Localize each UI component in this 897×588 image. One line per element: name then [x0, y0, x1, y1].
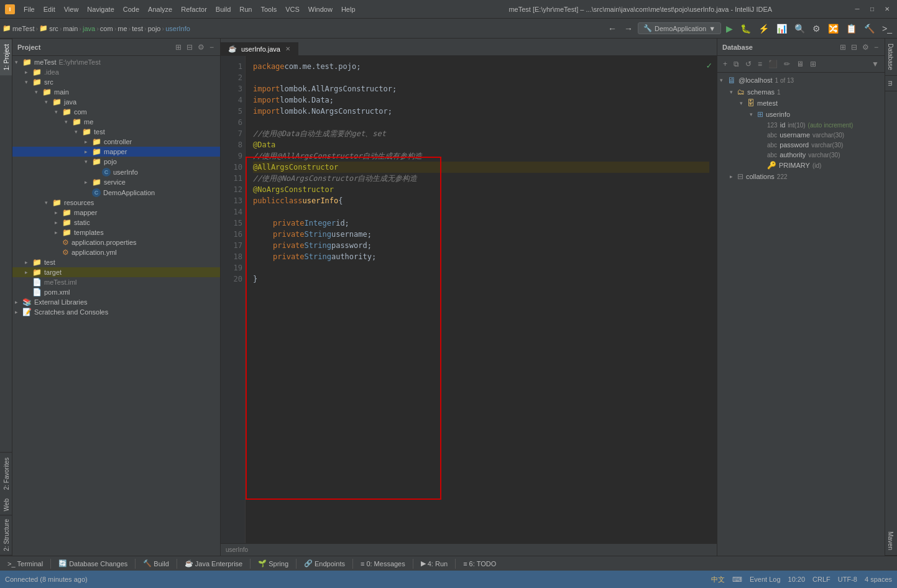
db-edit-button[interactable]: ✏ [782, 58, 792, 70]
tree-item-service[interactable]: ▸ 📁 service [12, 177, 220, 187]
indent-status[interactable]: 4 spaces [865, 576, 892, 583]
tree-item-mapper-res[interactable]: ▸ 📁 mapper [12, 208, 220, 218]
db-item-collations[interactable]: ▸ ⊟ collations 222 [717, 171, 885, 182]
db-properties-button[interactable]: ≡ [756, 58, 764, 70]
menu-help[interactable]: Help [338, 4, 359, 14]
sidebar-tab-favorites[interactable]: 2: Favorites [0, 452, 12, 495]
search-button[interactable]: 🔍 [792, 22, 807, 35]
menu-view[interactable]: View [60, 4, 83, 14]
db-expand-icon[interactable]: ⊞ [839, 42, 847, 53]
tree-item-controller[interactable]: ▸ 📁 controller [12, 137, 220, 147]
vcs-button[interactable]: 📋 [844, 22, 859, 35]
breadcrumb-main[interactable]: main [63, 25, 78, 32]
run-tab[interactable]: ▶ 4: Run [416, 558, 453, 569]
menu-vcs[interactable]: VCS [282, 4, 303, 14]
terminal-tab[interactable]: >_ Terminal [2, 559, 48, 569]
tree-item-metest-iml[interactable]: 📄 meTest.iml [12, 277, 220, 287]
db-console-button[interactable]: 🖥 [794, 58, 806, 70]
tree-item-java[interactable]: ▾ 📁 java [12, 97, 220, 107]
build-button[interactable]: 🔨 [862, 22, 877, 35]
menu-analyze[interactable]: Analyze [144, 4, 176, 14]
debug-button[interactable]: 🐛 [738, 22, 753, 35]
maximize-button[interactable]: □ [867, 4, 877, 14]
endpoints-tab[interactable]: 🔗 Endpoints [299, 558, 350, 569]
settings-button[interactable]: ⚙ [810, 22, 823, 35]
db-collapse-icon[interactable]: ⊟ [850, 42, 858, 53]
collapse-all-icon[interactable]: ⊟ [185, 42, 194, 53]
db-item-localhost[interactable]: ▾ 🖥 @localhost 1 of 13 [717, 74, 885, 86]
tree-item-metest[interactable]: ▾ 📁 meTest E:\yhr\meTest [12, 57, 220, 67]
breadcrumb-me[interactable]: me [117, 25, 127, 32]
tree-item-test[interactable]: ▾ 📁 test [12, 127, 220, 137]
db-settings-icon[interactable]: ⚙ [861, 42, 870, 53]
tree-item-src[interactable]: ▾ 📁 src [12, 77, 220, 87]
tree-item-app-props[interactable]: ⚙ application.properties [12, 237, 220, 247]
breadcrumb-src[interactable]: 📁 [39, 24, 48, 32]
db-item-col-id[interactable]: 123 id int(10) (auto increment) [717, 120, 885, 130]
tree-item-mapper[interactable]: ▸ 📁 mapper [12, 147, 220, 157]
tree-item-target[interactable]: ▸ 📁 target [12, 267, 220, 277]
forward-button[interactable]: → [622, 22, 635, 35]
gear-icon[interactable]: ⚙ [196, 42, 206, 53]
menu-navigate[interactable]: Navigate [83, 4, 117, 14]
breadcrumb-src-label[interactable]: src [49, 25, 58, 32]
menu-code[interactable]: Code [119, 4, 143, 14]
git-button[interactable]: 🔀 [826, 22, 841, 35]
terminal-button[interactable]: >_ [880, 22, 895, 35]
close-button[interactable]: ✕ [882, 4, 892, 14]
db-refresh-button[interactable]: ↺ [743, 58, 753, 70]
db-hide-icon[interactable]: − [873, 42, 880, 53]
tree-item-demoapplication[interactable]: C DemoApplication [12, 187, 220, 198]
tree-item-static[interactable]: ▸ 📁 static [12, 218, 220, 227]
db-table-editor-button[interactable]: ⊞ [808, 58, 818, 70]
menu-run[interactable]: Run [236, 4, 255, 14]
db-add-button[interactable]: + [721, 58, 729, 70]
back-button[interactable]: ← [605, 22, 619, 35]
tree-item-me[interactable]: ▾ 📁 me [12, 117, 220, 127]
tree-item-ext-libs[interactable]: ▸ 📚 External Libraries [12, 297, 220, 307]
breadcrumb-item-metest[interactable]: 📁 [2, 24, 11, 32]
tree-item-app-yml[interactable]: ⚙ application.yml [12, 247, 220, 257]
minimize-button[interactable]: ─ [852, 4, 862, 14]
tab-close-button[interactable]: ✕ [285, 45, 290, 52]
breadcrumb-com[interactable]: com [100, 25, 113, 32]
menu-file[interactable]: File [20, 4, 39, 14]
hide-icon[interactable]: − [208, 42, 215, 53]
right-tab-maven[interactable]: Maven [885, 526, 897, 556]
expand-all-icon[interactable]: ⊞ [174, 42, 183, 53]
db-copy-button[interactable]: ⧉ [732, 58, 741, 70]
editor-tab-userinfo[interactable]: ☕ userInfo.java ✕ [221, 42, 298, 55]
menu-bar[interactable]: File Edit View Navigate Code Analyze Ref… [20, 4, 359, 14]
java-enterprise-tab[interactable]: ☕ Java Enterprise [180, 558, 247, 569]
tree-item-scratches[interactable]: ▸ 📝 Scratches and Consoles [12, 307, 220, 317]
menu-tools[interactable]: Tools [257, 4, 280, 14]
menu-edit[interactable]: Edit [40, 4, 59, 14]
tree-item-idea[interactable]: ▸ 📁 .idea [12, 67, 220, 77]
run-config-selector[interactable]: 🔧 DemoApplication ▼ [638, 22, 721, 34]
messages-tab[interactable]: ≡ 0: Messages [356, 559, 410, 569]
sidebar-tab-project[interactable]: 1: Project [0, 39, 12, 75]
coverage-button[interactable]: ⚡ [756, 22, 771, 35]
encoding-status[interactable]: UTF-8 [838, 576, 857, 583]
spring-tab[interactable]: 🌱 Spring [253, 558, 293, 569]
db-item-col-username[interactable]: abc username varchar(30) [717, 130, 885, 140]
tree-item-resources[interactable]: ▾ 📁 resources [12, 198, 220, 208]
menu-window[interactable]: Window [305, 4, 336, 14]
db-item-userinfo-table[interactable]: ▾ ⊞ userinfo [717, 109, 885, 120]
db-item-col-password[interactable]: abc password varchar(30) [717, 140, 885, 150]
breadcrumb-pojo[interactable]: pojo [148, 25, 161, 32]
sidebar-tab-structure[interactable]: 2: Structure [0, 515, 12, 556]
db-delete-button[interactable]: ⬛ [766, 58, 780, 70]
tree-item-userinfo-java[interactable]: C userInfo [12, 167, 220, 177]
db-item-primary-key[interactable]: 🔑 PRIMARY (id) [717, 160, 885, 171]
db-item-metest-schema[interactable]: ▾ 🗄 metest [717, 98, 885, 109]
tree-item-pom-xml[interactable]: 📄 pom.xml [12, 287, 220, 297]
line-ending-status[interactable]: CRLF [812, 576, 830, 583]
profile-button[interactable]: 📊 [774, 22, 789, 35]
breadcrumb-test[interactable]: test [132, 25, 143, 32]
breadcrumb-userinfo[interactable]: userInfo [165, 25, 190, 32]
right-tab-m[interactable]: m [885, 76, 897, 91]
tree-item-main[interactable]: ▾ 📁 main [12, 87, 220, 97]
tree-item-pojo[interactable]: ▾ 📁 pojo [12, 157, 220, 167]
breadcrumb-java[interactable]: java [83, 25, 95, 32]
